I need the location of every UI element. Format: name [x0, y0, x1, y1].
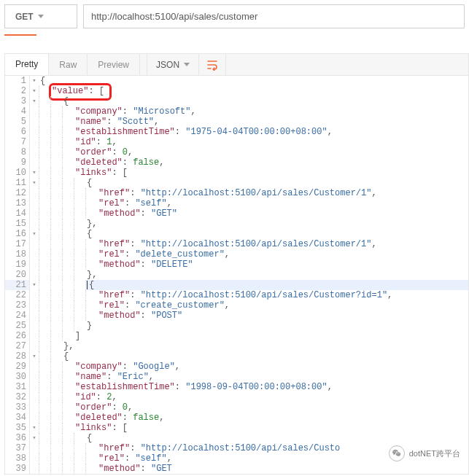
code-line[interactable]: 25}	[5, 321, 468, 331]
tab-pretty[interactable]: Pretty	[5, 54, 49, 76]
indent-guides	[39, 351, 62, 362]
line-number: 20	[5, 270, 30, 280]
fold-toggle-icon	[30, 290, 39, 300]
fold-toggle-icon	[30, 106, 39, 117]
indent-guides	[39, 106, 74, 117]
http-method-select[interactable]: GET	[4, 4, 77, 28]
fold-toggle-icon[interactable]: ▾	[30, 351, 39, 362]
indent-guides	[39, 198, 97, 208]
code-line[interactable]: 6"establishmentTime": "1975-04-04T00:00:…	[5, 127, 468, 137]
line-number: 17	[5, 239, 30, 249]
code-line[interactable]: 13"rel": "self",	[5, 198, 468, 208]
code-content: "href": "http://localhost:5100/api/sales…	[97, 188, 468, 198]
code-line[interactable]: 16▾{	[5, 229, 468, 239]
code-content: "href": "http://localhost:5100/api/sales…	[97, 443, 468, 453]
code-line[interactable]: 14"method": "GET"	[5, 208, 468, 219]
fold-toggle-icon	[30, 260, 39, 270]
body-format-select[interactable]: JSON	[147, 54, 199, 75]
code-line[interactable]: 26]	[5, 331, 468, 341]
line-number: 38	[5, 453, 30, 464]
code-line[interactable]: 30"name": "Eric",	[5, 372, 468, 382]
code-content: "method": "GET"	[97, 208, 468, 219]
indent-guides	[39, 413, 74, 423]
line-number: 9	[5, 157, 30, 168]
code-line[interactable]: 29"company": "Google",	[5, 362, 468, 372]
code-line[interactable]: 32"id": 2,	[5, 392, 468, 402]
code-line[interactable]: 3▾{	[5, 96, 468, 106]
fold-toggle-icon[interactable]: ▾	[30, 168, 39, 178]
fold-toggle-icon[interactable]: ▾	[30, 433, 39, 443]
code-line[interactable]: 17"href": "http://localhost:5100/api/sal…	[5, 239, 468, 249]
code-line[interactable]: 33"order": 0,	[5, 402, 468, 413]
indent-guides	[39, 239, 97, 249]
code-line[interactable]: 7"id": 1,	[5, 137, 468, 147]
code-content: {	[62, 351, 468, 362]
tab-raw[interactable]: Raw	[49, 54, 88, 75]
fold-toggle-icon[interactable]: ▾	[30, 280, 39, 290]
wrap-lines-button[interactable]	[199, 54, 226, 75]
code-line[interactable]: 36▾{	[5, 433, 468, 443]
code-line[interactable]: 24"method": "POST"	[5, 311, 468, 321]
line-number: 31	[5, 382, 30, 392]
line-number: 22	[5, 290, 30, 300]
code-line[interactable]: 35▾"links": [	[5, 423, 468, 433]
code-line[interactable]: 9"deleted": false,	[5, 157, 468, 168]
indent-guides	[39, 464, 97, 474]
code-line[interactable]: 8"order": 0,	[5, 147, 468, 157]
chevron-down-icon	[184, 63, 190, 66]
fold-toggle-icon[interactable]: ▾	[30, 178, 39, 188]
fold-toggle-icon	[30, 147, 39, 157]
code-line[interactable]: 38"rel": "self",	[5, 453, 468, 464]
code-content: "deleted": false,	[74, 413, 468, 423]
code-content: "name": "Scott",	[74, 117, 468, 127]
code-line[interactable]: 2▾"value": [	[5, 86, 468, 96]
fold-toggle-icon[interactable]: ▾	[30, 423, 39, 433]
code-line[interactable]: 39"method": "GET	[5, 464, 468, 474]
code-line[interactable]: 34"deleted": false,	[5, 413, 468, 423]
indent-guides	[39, 127, 74, 137]
indent-guides	[39, 392, 74, 402]
fold-toggle-icon[interactable]: ▾	[30, 229, 39, 239]
code-content: "company": "Microsoft",	[74, 106, 468, 117]
code-line[interactable]: 1▾{	[5, 76, 468, 86]
fold-toggle-icon[interactable]: ▾	[30, 96, 39, 106]
url-input[interactable]	[83, 4, 465, 28]
indent-guides	[39, 270, 85, 280]
response-body-editor[interactable]: 1▾{2▾"value": [3▾{4"company": "Microsoft…	[4, 75, 469, 475]
text-cursor	[87, 281, 88, 289]
fold-toggle-icon	[30, 117, 39, 127]
code-line[interactable]: 5"name": "Scott",	[5, 117, 468, 127]
code-content: "company": "Google",	[74, 362, 468, 372]
code-line[interactable]: 22"href": "http://localhost:5100/api/sal…	[5, 290, 468, 300]
code-content: },	[62, 341, 468, 351]
code-line[interactable]: 37"href": "http://localhost:5100/api/sal…	[5, 443, 468, 453]
code-line[interactable]: 21▾{	[5, 280, 468, 290]
indent-guides	[39, 249, 97, 260]
code-line[interactable]: 10▾"links": [	[5, 168, 468, 178]
indent-guides	[39, 117, 74, 127]
code-content: "method": "DELETE"	[97, 260, 468, 270]
code-content: "rel": "self",	[97, 198, 468, 208]
indent-guides	[39, 372, 74, 382]
code-line[interactable]: 15},	[5, 219, 468, 229]
code-line[interactable]: 31"establishmentTime": "1998-09-04T00:00…	[5, 382, 468, 392]
fold-toggle-icon	[30, 362, 39, 372]
fold-toggle-icon	[30, 311, 39, 321]
code-line[interactable]: 20},	[5, 270, 468, 280]
code-line[interactable]: 4"company": "Microsoft",	[5, 106, 468, 117]
line-number: 7	[5, 137, 30, 147]
code-line[interactable]: 28▾{	[5, 351, 468, 362]
code-line[interactable]: 18"rel": "delete_customer",	[5, 249, 468, 260]
code-line[interactable]: 23"rel": "create_customer",	[5, 300, 468, 311]
tab-preview[interactable]: Preview	[88, 54, 140, 75]
code-content: "order": 0,	[74, 402, 468, 413]
code-line[interactable]: 12"href": "http://localhost:5100/api/sal…	[5, 188, 468, 198]
line-number: 28	[5, 351, 30, 362]
fold-toggle-icon[interactable]: ▾	[30, 86, 39, 96]
code-line[interactable]: 27},	[5, 341, 468, 351]
code-content: }	[85, 321, 468, 331]
fold-toggle-icon[interactable]: ▾	[30, 76, 39, 86]
code-line[interactable]: 11▾{	[5, 178, 468, 188]
fold-toggle-icon	[30, 321, 39, 331]
code-line[interactable]: 19"method": "DELETE"	[5, 260, 468, 270]
